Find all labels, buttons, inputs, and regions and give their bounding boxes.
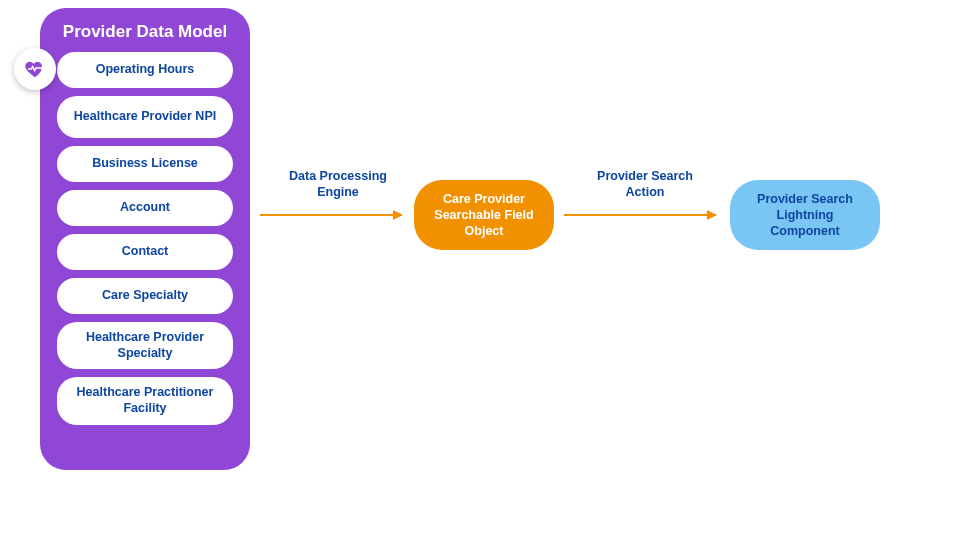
entity-contact: Contact: [57, 234, 233, 270]
group-title: Provider Data Model: [63, 22, 227, 42]
arrow-to-lightning-component: [564, 214, 716, 216]
entity-healthcare-practitioner-facility: Healthcare Practitioner Facility: [57, 377, 233, 424]
entity-operating-hours: Operating Hours: [57, 52, 233, 88]
provider-data-model-group: Provider Data Model Operating Hours Heal…: [40, 8, 250, 470]
arrow-label-provider-search-action: Provider Search Action: [580, 168, 710, 201]
arrow-to-searchable-object: [260, 214, 402, 216]
heart-pulse-icon: [14, 48, 56, 90]
entity-healthcare-provider-npi: Healthcare Provider NPI: [57, 96, 233, 138]
node-care-provider-searchable-field-object: Care Provider Searchable Field Object: [414, 180, 554, 250]
entity-business-license: Business License: [57, 146, 233, 182]
entity-list: Operating Hours Healthcare Provider NPI …: [54, 52, 236, 425]
entity-care-specialty: Care Specialty: [57, 278, 233, 314]
entity-account: Account: [57, 190, 233, 226]
arrow-label-data-processing-engine: Data Processing Engine: [278, 168, 398, 201]
entity-healthcare-provider-specialty: Healthcare Provider Specialty: [57, 322, 233, 369]
node-provider-search-lightning-component: Provider Search Lightning Component: [730, 180, 880, 250]
diagram-canvas: Provider Data Model Operating Hours Heal…: [0, 0, 960, 540]
